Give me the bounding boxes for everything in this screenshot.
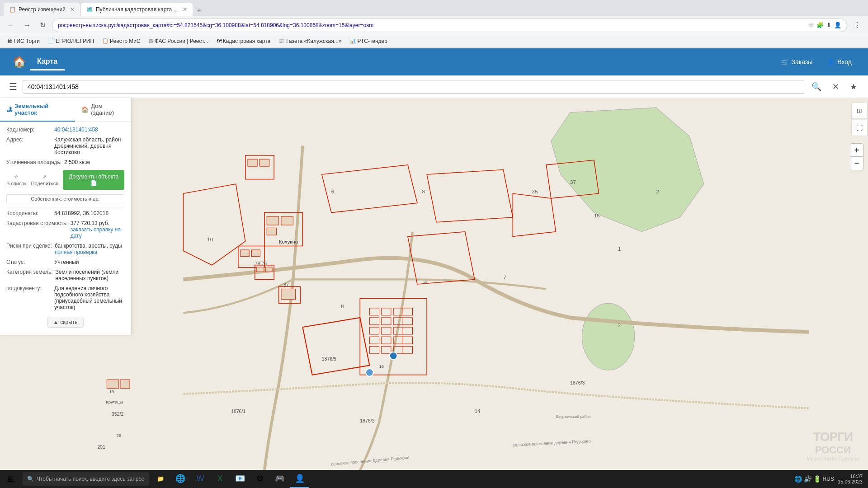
bookmark-fas[interactable]: ⚖ ФАС России | Реест... (146, 37, 211, 45)
taskbar-app-person[interactable]: 👤 (290, 470, 309, 488)
search-input[interactable] (23, 80, 804, 94)
svg-text:352/2: 352/2 (112, 411, 124, 417)
tab-2[interactable]: 🗺️ Публичная кадастровая карта ... ✕ (81, 3, 193, 16)
more-button[interactable]: ⋮ (851, 19, 863, 31)
row-purpose: по документу: Для ведения личного подсоб… (6, 285, 124, 310)
svg-text:1: 1 (618, 246, 621, 252)
home-button[interactable]: 🏠 (9, 52, 30, 72)
cadastral-number-label: Кад.номер: (6, 127, 52, 133)
tab-2-favicon: 🗺️ (86, 6, 93, 13)
bookmark-reestr-mis[interactable]: 📋 Реестр МиС (99, 37, 143, 45)
add-to-list-button[interactable]: ☆ В список (6, 174, 27, 186)
address-bar[interactable]: росреестр-выписка.рус/кадастровая_карта#… (52, 19, 847, 32)
favorite-button[interactable]: ★ (846, 80, 861, 94)
panel-body: Кад.номер: 40:04:131401:458 Адрес: Калуж… (0, 122, 131, 335)
area-label: Уточненная площадь: (6, 159, 61, 165)
taskbar-app-explorer[interactable]: 📁 (151, 470, 170, 488)
svg-text:6: 6 (331, 188, 334, 194)
watermark-subtitle: Маркетплейс торговли (807, 456, 859, 461)
game-icon: 🎮 (275, 474, 285, 483)
taskbar-app-settings[interactable]: ⚙ (250, 470, 269, 488)
start-button[interactable]: ⊞ (0, 470, 21, 488)
svg-text:7: 7 (503, 274, 506, 280)
bookmark-rts[interactable]: 📊 РТС-тендер (347, 37, 390, 45)
svg-text:35: 35 (532, 188, 538, 194)
risks-link[interactable]: полная проверка (55, 249, 98, 255)
svg-rect-66 (120, 380, 130, 388)
back-button[interactable]: ← (5, 19, 17, 31)
new-tab-button[interactable]: + (193, 5, 205, 16)
svg-text:Дзержинский район: Дзержинский район (556, 414, 591, 419)
bookmark-fas-label: ФАС России | Реест... (155, 38, 208, 44)
windows-icon: ⊞ (7, 474, 14, 484)
taskbar-clock[interactable]: 16:37 15.06.2023 (838, 474, 863, 484)
bookmarks-bar: 🏛 ГИС Торги 📄 ЕГРЮЛ/ЕГРИП 📋 Реестр МиС ⚖… (0, 34, 868, 48)
tab-land-plot[interactable]: 🏞 Земельный участок (0, 98, 75, 122)
zoom-in-button[interactable]: + (850, 143, 863, 157)
settings-icon: ⚙ (256, 474, 264, 483)
add-to-list-label: В список (6, 181, 27, 186)
search-button[interactable]: 🔍 (808, 80, 825, 94)
tab-1[interactable]: 📋 Реестр извещений ✕ (4, 3, 80, 16)
bookmark-cadastral-map-label: Кадастровая карта (223, 38, 271, 44)
svg-text:2: 2 (618, 322, 621, 328)
sys-icons: 🌐 🔊 🔋 RUS (794, 475, 834, 483)
user-icon: 👤 (827, 58, 835, 66)
svg-point-25 (366, 369, 373, 376)
tab-building[interactable]: 🏠 Дом (здание) (75, 98, 131, 122)
extensions-icon[interactable]: 🧩 (816, 22, 824, 28)
area-value: 2 500 кв.м (64, 159, 90, 165)
forward-button[interactable]: → (21, 19, 33, 31)
taskbar-app-edge[interactable]: 🌐 (171, 470, 190, 488)
svg-point-24 (390, 352, 397, 360)
address-bar-row: ← → ↻ росреестр-выписка.рус/кадастровая_… (0, 16, 868, 34)
taskbar-app-outlook[interactable]: 📧 (231, 470, 250, 488)
login-button[interactable]: 👤 Вход (820, 55, 859, 69)
bookmark-rts-label: РТС-тендер (357, 38, 387, 44)
layers-button[interactable]: ⊞ (851, 103, 868, 119)
address-bar-icons: ☆ 🧩 ⬇ 👤 (808, 22, 841, 28)
building-icon: 🏠 (81, 106, 89, 113)
svg-text:1876/1: 1876/1 (231, 408, 245, 414)
svg-text:1876/3: 1876/3 (570, 380, 585, 385)
taskbar-search[interactable]: 🔍 Чтобы начать поиск, введите здесь запр… (23, 472, 149, 486)
battery-icon: 🔋 (813, 475, 821, 483)
cadastral-cost-link[interactable]: заказать справку на дату (71, 226, 121, 239)
clear-icon: ✕ (832, 82, 839, 91)
cadastral-number-value[interactable]: 40:04:131401:458 (54, 127, 98, 133)
address-label: Адрес: (6, 136, 52, 155)
svg-rect-40 (281, 289, 296, 300)
bookmark-gis-torgi[interactable]: 🏛 ГИС Торги (5, 37, 42, 45)
main-area: 🏞 Земельный участок 🏠 Дом (здание) Кад.н… (0, 98, 868, 470)
clock-time: 16:37 (850, 474, 863, 479)
tab-1-close[interactable]: ✕ (70, 6, 75, 13)
orders-button[interactable]: 🛒 Заказы (774, 55, 820, 69)
word-icon: W (197, 474, 204, 483)
tab-2-close[interactable]: ✕ (183, 6, 187, 13)
lang-indicator[interactable]: RUS (823, 476, 834, 482)
bookmark-star-icon[interactable]: ☆ (808, 22, 814, 28)
owners-button[interactable]: Собственник, стоимость и др. (6, 194, 124, 203)
taskbar-app-word[interactable]: W (191, 470, 210, 488)
share-button[interactable]: ↗ Поделиться (31, 174, 59, 186)
reload-button[interactable]: ↻ (37, 19, 48, 31)
account-icon[interactable]: 👤 (834, 22, 841, 28)
bookmark-gazeta[interactable]: 📰 Газета «Калужская...» (276, 37, 344, 45)
documents-button[interactable]: Документы объекта 📄 (63, 170, 124, 190)
bookmark-egrul[interactable]: 📄 ЕГРЮЛ/ЕГРИП (45, 37, 97, 45)
download-icon[interactable]: ⬇ (826, 22, 831, 28)
svg-rect-28 (259, 159, 269, 166)
row-risks: Риски при сделке: банкротства, аресты, с… (6, 243, 124, 255)
bookmark-cadastral-map[interactable]: 🗺 Кадастровая карта (214, 37, 274, 45)
taskbar-app-game[interactable]: 🎮 (270, 470, 289, 488)
clear-search-button[interactable]: ✕ (829, 80, 843, 94)
fullscreen-button[interactable]: ⛶ (851, 120, 868, 136)
hide-panel-button[interactable]: ▲ скрыть (47, 317, 83, 328)
map-nav-button[interactable]: Карта (30, 54, 65, 70)
svg-rect-30 (267, 216, 278, 225)
taskbar-app-excel[interactable]: X (211, 470, 230, 488)
zoom-out-button[interactable]: − (850, 157, 863, 170)
bookmark-fas-icon: ⚖ (149, 38, 153, 44)
hamburger-menu-icon[interactable]: ☰ (7, 80, 19, 94)
risks-label: Риски при сделке: (6, 243, 52, 255)
